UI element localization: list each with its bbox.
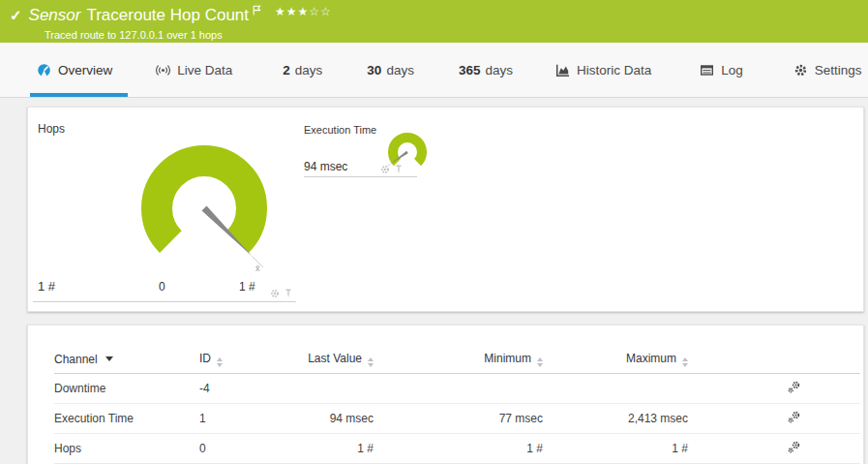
channel-settings-icon[interactable] bbox=[788, 381, 800, 393]
channel-name: Execution Time bbox=[54, 404, 199, 434]
channel-settings-icon[interactable] bbox=[788, 411, 800, 423]
pin-icon[interactable] bbox=[284, 289, 293, 298]
table-row-hops[interactable]: Hops 0 1 # 1 # 1 # bbox=[54, 434, 860, 464]
column-header-id[interactable]: ID bbox=[199, 345, 296, 374]
channel-id: 0 bbox=[199, 434, 296, 464]
tab-label: Historic Data bbox=[577, 63, 651, 77]
gauge-scale-max: 1 # bbox=[239, 280, 255, 294]
tab-label: days bbox=[386, 63, 414, 77]
tab-label: days bbox=[295, 63, 323, 77]
tab-number: 2 bbox=[283, 63, 290, 77]
priority-stars[interactable]: ★★★☆☆ bbox=[275, 5, 332, 18]
gauge-title: Execution Time bbox=[304, 124, 376, 136]
hops-gauge-tile[interactable]: Hops x̄ 1 # 0 1 # bbox=[33, 112, 296, 302]
sensor-title-row: ✓ Sensor Traceroute Hop Count ★★★☆☆ bbox=[10, 4, 868, 27]
tab-30-days[interactable]: 30 days bbox=[367, 43, 414, 97]
tab-label: days bbox=[485, 63, 513, 77]
tab-settings[interactable]: Settings bbox=[793, 43, 862, 97]
hops-gauge: x̄ bbox=[127, 127, 282, 282]
channel-settings-icon[interactable] bbox=[788, 441, 800, 453]
gauge-icon bbox=[37, 63, 51, 77]
table-row-downtime[interactable]: Downtime -4 bbox=[54, 374, 860, 404]
channel-maximum: 2,413 msec bbox=[543, 404, 688, 434]
stars-filled: ★★★ bbox=[275, 5, 309, 18]
status-ok-icon: ✓ bbox=[10, 7, 22, 24]
sensor-header: ✓ Sensor Traceroute Hop Count ★★★☆☆ Trac… bbox=[0, 0, 868, 43]
tab-label: Live Data bbox=[177, 63, 232, 77]
stars-empty: ☆☆ bbox=[309, 5, 332, 18]
channel-id: -4 bbox=[199, 374, 296, 404]
sort-icon bbox=[217, 357, 223, 367]
flag-icon[interactable] bbox=[253, 5, 261, 15]
column-header-last-value[interactable]: Last Value bbox=[296, 345, 374, 374]
broadcast-icon bbox=[156, 63, 170, 77]
channel-name: Hops bbox=[54, 434, 199, 464]
channel-minimum: 1 # bbox=[374, 434, 543, 464]
sensor-kicker: Sensor bbox=[29, 6, 81, 25]
table-header-row: Channel ID Last Value Minimum Maximum bbox=[54, 345, 860, 374]
tab-label: Overview bbox=[58, 63, 112, 77]
gear-icon bbox=[793, 63, 808, 77]
svg-text:x̄: x̄ bbox=[255, 263, 260, 273]
sort-icon bbox=[368, 357, 374, 367]
page-title: Traceroute Hop Count bbox=[86, 6, 249, 25]
tab-number: 30 bbox=[367, 63, 381, 77]
overview-gauges-panel: Hops x̄ 1 # 0 1 # Execution Time 94 msec bbox=[27, 107, 864, 312]
tab-log[interactable]: Log bbox=[700, 43, 743, 97]
sort-desc-icon bbox=[105, 356, 113, 361]
gauge-title: Hops bbox=[38, 122, 65, 136]
channel-table: Channel ID Last Value Minimum Maximum bbox=[54, 345, 860, 464]
gauge-settings-icon[interactable] bbox=[380, 165, 390, 174]
pin-icon[interactable] bbox=[394, 165, 404, 174]
tab-label: Log bbox=[721, 63, 743, 77]
area-chart-icon bbox=[555, 63, 570, 77]
channel-maximum bbox=[543, 374, 688, 404]
channel-last-value: 1 # bbox=[296, 434, 374, 464]
gauge-settings-icon[interactable] bbox=[270, 289, 280, 298]
tab-overview[interactable]: Overview bbox=[37, 43, 112, 97]
column-header-channel[interactable]: Channel bbox=[54, 345, 199, 374]
sensor-status-message: Traced route to 127.0.0.1 over 1 hops bbox=[45, 29, 868, 41]
column-header-minimum[interactable]: Minimum bbox=[374, 345, 543, 374]
gauge-current-value: 1 # bbox=[38, 279, 55, 294]
sort-icon bbox=[537, 357, 543, 367]
tab-365-days[interactable]: 365 days bbox=[459, 43, 513, 97]
channel-last-value bbox=[296, 374, 374, 404]
tab-2-days[interactable]: 2 days bbox=[283, 43, 322, 97]
channel-minimum bbox=[374, 374, 543, 404]
gauge-current-value: 94 msec bbox=[304, 160, 347, 173]
sort-icon bbox=[682, 357, 688, 367]
tab-live-data[interactable]: Live Data bbox=[156, 43, 232, 97]
channel-name: Downtime bbox=[54, 374, 199, 404]
log-list-icon bbox=[700, 63, 714, 77]
tab-bar: Overview Live Data 2 days 30 days 365 da… bbox=[0, 43, 868, 98]
tab-number: 365 bbox=[459, 63, 481, 77]
execution-time-gauge-tile[interactable]: Execution Time 94 msec bbox=[304, 114, 417, 177]
table-row-execution-time[interactable]: Execution Time 1 94 msec 77 msec 2,413 m… bbox=[54, 404, 860, 434]
tab-historic-data[interactable]: Historic Data bbox=[555, 43, 651, 97]
channel-minimum: 77 msec bbox=[374, 404, 543, 434]
channel-last-value: 94 msec bbox=[296, 404, 374, 434]
channel-id: 1 bbox=[199, 404, 296, 434]
tab-label: Settings bbox=[815, 63, 862, 77]
column-header-maximum[interactable]: Maximum bbox=[543, 345, 688, 374]
gauge-scale-min: 0 bbox=[159, 280, 165, 294]
channel-maximum: 1 # bbox=[543, 434, 688, 464]
channel-table-panel: Channel ID Last Value Minimum Maximum bbox=[27, 325, 864, 464]
